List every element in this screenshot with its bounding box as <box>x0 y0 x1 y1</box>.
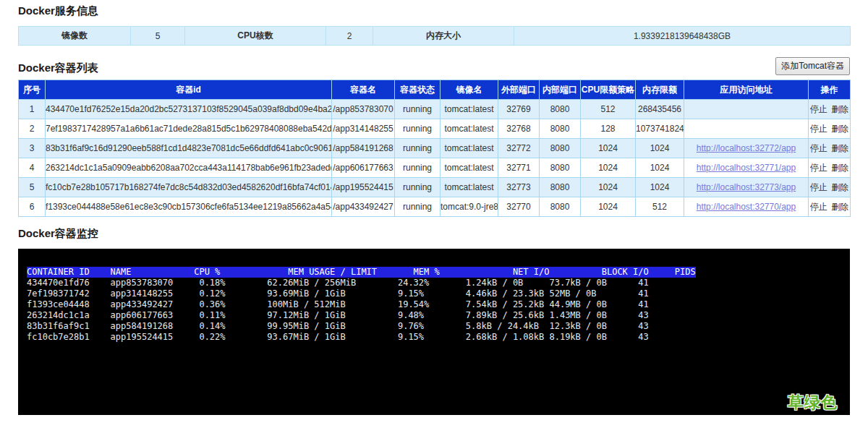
service-info-table: 镜像数5CPU核数2内存大小1.9339218139648438GB <box>18 26 851 46</box>
delete-button[interactable]: 删除 <box>831 163 848 173</box>
container-id: 83b31f6af9c16d91290eeb588f1cd1d4823e7081… <box>46 139 332 158</box>
app-url-cell <box>684 119 809 139</box>
container-id: 434470e1fd76252e15da20d2bc5273137103f852… <box>46 100 332 119</box>
stop-button[interactable]: 停止 <box>810 182 827 192</box>
column-header-1: 容器id <box>46 80 332 100</box>
stop-button[interactable]: 停止 <box>810 143 827 153</box>
row-no: 3 <box>19 139 46 158</box>
cpu-limit: 512 <box>581 100 636 119</box>
container-list-header: Docker容器列表 添加Tomcat容器 <box>18 56 850 75</box>
app-url-cell: http://localhost:32771/app <box>684 158 809 178</box>
column-header-0: 序号 <box>19 80 46 100</box>
memory-limit: 1024 <box>636 139 684 158</box>
image-name: tomcat:9.0-jre8 <box>441 197 498 217</box>
container-status: running <box>395 197 441 217</box>
app-url-link[interactable]: http://localhost:32772/app <box>697 143 796 153</box>
column-header-8: 内存限额 <box>636 80 684 100</box>
row-no: 6 <box>19 197 46 217</box>
docker-stats-terminal: CONTAINER ID NAME CPU % MEM USAGE / LIMI… <box>18 249 850 415</box>
container-row: 1434470e1fd76252e15da20d2bc5273137103f85… <box>19 100 851 119</box>
container-status: running <box>395 119 441 139</box>
stats-row: 83b31f6af9c1 app584191268 0.14% 99.95MiB… <box>27 321 850 332</box>
column-header-7: CPU限额策略 <box>581 80 636 100</box>
external-port: 32771 <box>498 158 540 178</box>
stop-button[interactable]: 停止 <box>810 202 827 212</box>
service-info-value-0: 5 <box>131 27 185 46</box>
internal-port: 8080 <box>540 158 581 178</box>
external-port: 32769 <box>498 100 540 119</box>
container-name: /app853783070 <box>332 100 395 119</box>
cpu-limit: 128 <box>581 119 636 139</box>
internal-port: 8080 <box>540 178 581 197</box>
container-list-title: Docker容器列表 <box>18 61 98 75</box>
delete-button[interactable]: 删除 <box>831 143 848 153</box>
row-no: 4 <box>19 158 46 178</box>
container-status: running <box>395 139 441 158</box>
row-no: 1 <box>19 100 46 119</box>
docker-admin-page: Docker服务信息 镜像数5CPU核数2内存大小1.9339218139648… <box>0 0 868 415</box>
external-port: 32768 <box>498 119 540 139</box>
actions-cell: 停止 删除 <box>809 139 851 158</box>
service-info-value-2: 1.9339218139648438GB <box>514 27 851 46</box>
stats-header-bar: CONTAINER ID NAME CPU % MEM USAGE / LIMI… <box>27 267 696 278</box>
stop-button[interactable]: 停止 <box>810 163 827 173</box>
image-name: tomcat:latest <box>441 139 498 158</box>
row-no: 2 <box>19 119 46 139</box>
memory-limit: 1024 <box>636 178 684 197</box>
stop-button[interactable]: 停止 <box>810 104 827 114</box>
row-no: 5 <box>19 178 46 197</box>
column-header-4: 镜像名 <box>441 80 498 100</box>
app-url-cell: http://localhost:32770/app <box>684 197 809 217</box>
stop-button[interactable]: 停止 <box>810 124 827 134</box>
service-info-label-0: 镜像数 <box>19 27 131 46</box>
column-header-3: 容器状态 <box>395 80 441 100</box>
container-id: 263214dc1c1a5a0909eabb6208aa702cca443a11… <box>46 158 332 178</box>
container-id: f1393ce044488e58e61ec8e3c90cb157306cfe6f… <box>46 197 332 217</box>
stats-body: 434470e1fd76 app853783070 0.18% 62.26MiB… <box>27 278 850 343</box>
stats-row: fc10cb7e28b1 app195524415 0.22% 93.67MiB… <box>27 332 850 343</box>
cpu-limit: 1024 <box>581 158 636 178</box>
container-id: 7ef1983717428957a1a6b61ac71dede28a815d5c… <box>46 119 332 139</box>
app-url-link[interactable]: http://localhost:32773/app <box>697 182 796 192</box>
external-port: 32773 <box>498 178 540 197</box>
cpu-limit: 1024 <box>581 197 636 217</box>
delete-button[interactable]: 删除 <box>831 104 848 114</box>
app-url-link[interactable]: http://localhost:32770/app <box>697 202 796 212</box>
column-header-2: 容器名 <box>332 80 395 100</box>
memory-limit: 1024 <box>636 158 684 178</box>
delete-button[interactable]: 删除 <box>831 182 848 192</box>
container-name: /app195524415 <box>332 178 395 197</box>
container-status: running <box>395 100 441 119</box>
add-tomcat-button[interactable]: 添加Tomcat容器 <box>775 57 850 75</box>
internal-port: 8080 <box>540 139 581 158</box>
container-row: 383b31f6af9c16d91290eeb588f1cd1d4823e708… <box>19 139 851 158</box>
app-url-link[interactable]: http://localhost:32771/app <box>697 163 796 173</box>
container-name: /app433492427 <box>332 197 395 217</box>
actions-cell: 停止 删除 <box>809 100 851 119</box>
container-name: /app606177663 <box>332 158 395 178</box>
column-header-9: 应用访问地址 <box>684 80 809 100</box>
service-info-title: Docker服务信息 <box>18 4 850 18</box>
app-url-cell <box>684 100 809 119</box>
internal-port: 8080 <box>540 100 581 119</box>
service-info-row: 镜像数5CPU核数2内存大小1.9339218139648438GB <box>19 27 851 46</box>
container-id: fc10cb7e28b105717b168274fe7dc8c54d832d03… <box>46 178 332 197</box>
service-info-value-1: 2 <box>326 27 373 46</box>
container-name: /app584191268 <box>332 139 395 158</box>
stats-row: 263214dc1c1a app606177663 0.11% 97.12MiB… <box>27 310 850 321</box>
image-name: tomcat:latest <box>441 100 498 119</box>
external-port: 32772 <box>498 139 540 158</box>
app-url-cell: http://localhost:32773/app <box>684 178 809 197</box>
container-status: running <box>395 178 441 197</box>
cpu-limit: 1024 <box>581 139 636 158</box>
delete-button[interactable]: 删除 <box>831 124 848 134</box>
container-row: 6f1393ce044488e58e61ec8e3c90cb157306cfe6… <box>19 197 851 217</box>
cpu-limit: 1024 <box>581 178 636 197</box>
service-info-label-1: CPU核数 <box>185 27 326 46</box>
memory-limit: 268435456 <box>636 100 684 119</box>
delete-button[interactable]: 删除 <box>831 202 848 212</box>
stats-row: 434470e1fd76 app853783070 0.18% 62.26MiB… <box>27 278 850 288</box>
image-name: tomcat:latest <box>441 119 498 139</box>
stats-header-row: CONTAINER ID NAME CPU % MEM USAGE / LIMI… <box>27 267 850 278</box>
container-table: 序号容器id容器名容器状态镜像名外部端口内部端口CPU限额策略内存限额应用访问地… <box>18 80 851 217</box>
